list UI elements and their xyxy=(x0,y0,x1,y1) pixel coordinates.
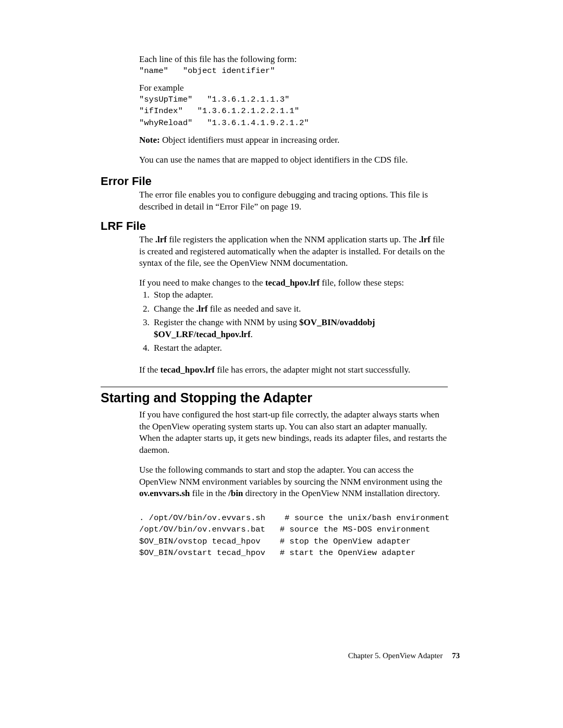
startstop-p2: Use the following commands to start and … xyxy=(139,464,448,500)
note-label: Note: xyxy=(139,135,160,145)
t: Change the xyxy=(154,304,196,314)
t: The xyxy=(139,235,155,244)
heading-lrf-file: LRF File xyxy=(101,219,448,233)
t: file, follow these steps: xyxy=(320,278,404,288)
t: file has errors, the adapter might not s… xyxy=(215,365,410,375)
intro-para-1: Each line of this file has the following… xyxy=(139,54,448,66)
t: /bin xyxy=(228,488,243,498)
lrf-p3: If the tecad_hpov.lrf file has errors, t… xyxy=(139,364,448,376)
step-1: Stop the adapter. xyxy=(152,289,448,301)
heading-error-file: Error File xyxy=(101,175,448,188)
t: file registers the application when the … xyxy=(167,235,419,244)
heading-text: Starting and Stopping the Adapter xyxy=(101,390,448,405)
t: .lrf xyxy=(155,235,167,244)
lrf-steps: Stop the adapter. Change the .lrf file a… xyxy=(139,289,448,356)
heading-start-stop-block: Starting and Stopping the Adapter xyxy=(101,387,448,405)
t: ov.envvars.sh xyxy=(139,488,190,498)
page-number: 73 xyxy=(452,651,460,660)
note-text: Object identifiers must appear in increa… xyxy=(160,135,340,145)
heading-text: LRF File xyxy=(101,219,448,233)
startstop-p1: If you have configured the host start-up… xyxy=(139,409,448,456)
t: tecad_hpov.lrf xyxy=(161,365,215,375)
text: Each line of this file has the following… xyxy=(139,54,297,64)
t: Restart the adapter. xyxy=(154,343,222,353)
t: Use the following commands to start and … xyxy=(139,465,443,487)
step-4: Restart the adapter. xyxy=(152,342,448,354)
use-names-para: You can use the names that are mapped to… xyxy=(139,154,448,166)
chapter-label: Chapter 5. OpenView Adapter xyxy=(348,651,443,660)
lrf-p2: If you need to make changes to the tecad… xyxy=(139,277,448,289)
horizontal-rule xyxy=(101,387,448,387)
t: . xyxy=(251,329,253,339)
error-file-body: The error file enables you to configure … xyxy=(139,189,448,213)
t: If the xyxy=(139,365,161,375)
startstop-code: . /opt/OV/bin/ov.evvars.sh # source the … xyxy=(139,512,448,559)
t: .lrf xyxy=(419,235,430,244)
t: If you need to make changes to the xyxy=(139,278,265,288)
code-form: "name" "object identifier" xyxy=(139,65,448,77)
document-page: Each line of this file has the following… xyxy=(0,0,563,728)
t: Register the change with NNM by using xyxy=(154,317,299,327)
heading-text: Error File xyxy=(101,175,448,188)
step-3: Register the change with NNM by using $O… xyxy=(152,317,448,340)
for-example-label: For example xyxy=(139,82,448,94)
t: tecad_hpov.lrf xyxy=(265,278,320,288)
t: directory in the OpenView NNM installati… xyxy=(243,488,439,498)
code-example: "sysUpTime" "1.3.6.1.2.1.1.3" "ifIndex" … xyxy=(139,94,448,129)
t: .lrf xyxy=(196,304,207,314)
page-footer: Chapter 5. OpenView Adapter 73 xyxy=(348,651,460,660)
step-2: Change the .lrf file as needed and save … xyxy=(152,303,448,315)
t: file as needed and save it. xyxy=(207,304,301,314)
lrf-p1: The .lrf file registers the application … xyxy=(139,234,448,269)
note-line: Note: Object identifiers must appear in … xyxy=(139,134,448,146)
t: Stop the adapter. xyxy=(154,290,213,300)
t: file in the xyxy=(190,488,228,498)
